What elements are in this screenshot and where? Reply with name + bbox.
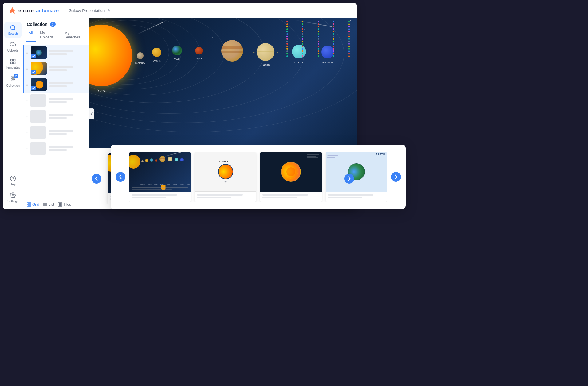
drag-handle: ≡ [26,66,28,71]
footer-line [328,197,362,198]
sidebar-item-collection[interactable]: 2 Collection [4,73,22,90]
collection-header: Collection 3 [23,18,89,27]
svg-point-8 [11,77,13,78]
footer-line [197,197,231,198]
view-grid-button[interactable]: Grid [27,202,39,207]
earth-planet: Earth [172,46,182,55]
collection-count: 3 [50,22,56,27]
item-text-lines [49,130,79,135]
svg-rect-18 [29,205,31,206]
chevron-left-window-icon [119,174,122,179]
item-line [49,130,73,132]
view-list-button[interactable]: List [43,202,54,207]
collection-title: Collection [27,22,48,27]
jupiter-planet: Jupiter [221,40,243,62]
item-more-button[interactable]: ⋮ [81,114,86,120]
drag-handle: ≡ [26,114,28,119]
item-text-lines [49,98,79,103]
slides-window-prev-button[interactable] [116,172,125,182]
item-line [49,114,73,116]
list-item[interactable]: ≡ ⋮ [23,61,89,77]
middle-panel: Collection 3 All My Uploads My Searches … [23,18,89,209]
sidebar-item-uploads[interactable]: Uploads [4,39,22,55]
mars-label: Mars [196,57,202,60]
check-icon [32,70,35,74]
saturn-ring [253,51,278,54]
slides-window-footer [195,192,256,202]
edit-icon[interactable]: ✎ [107,8,111,13]
settings-icon [10,192,16,198]
item-more-button[interactable]: ⋮ [81,146,86,152]
list-item[interactable]: ≡ ⋮ [23,141,89,157]
logo-name: emaze automaze [18,8,59,14]
tiles-view-icon [58,202,62,207]
svg-line-2 [14,29,15,30]
tab-my-uploads[interactable]: My Uploads [37,29,60,42]
check-indicator [31,70,36,74]
svg-rect-7 [14,62,15,64]
item-line [49,149,67,151]
item-line [49,117,67,119]
slides-window-thumbnail [260,152,322,192]
list-item[interactable]: ≡ ⋮ [23,45,89,61]
sidebar-item-search[interactable]: Search [4,22,22,38]
dot-columns [280,18,357,148]
view-tiles-label: Tiles [63,202,71,207]
svg-rect-4 [11,59,13,61]
drag-handle: ≡ [26,50,28,55]
slides-window-footer [326,192,387,202]
solar-system-view: Sun Mercury Venus Earth Mars [89,18,357,148]
logo: emaze automaze [8,6,59,15]
list-item[interactable]: ≡ ⋮ [23,125,89,141]
item-thumbnail [31,62,47,75]
drag-handle: ≡ [26,130,28,135]
venus-label: Venus [153,59,160,62]
view-toggle: Grid List Tiles [23,200,89,209]
items-list: ≡ ⋮ [23,42,89,200]
footer-line [132,194,177,196]
slides-window-next-button[interactable] [391,172,401,182]
item-more-button[interactable]: ⋮ [81,66,86,72]
sidebar-item-help[interactable]: Help [4,173,22,189]
search-icon [10,25,16,31]
item-line [49,85,67,87]
slides-window-thumbnail: SUN ⚙ [195,152,256,192]
check-indicator [31,86,36,90]
collection-badge-count: 2 [14,74,18,78]
item-text-lines [49,50,79,55]
svg-rect-22 [58,203,59,206]
sidebar-item-templates[interactable]: Templates [4,56,22,72]
sidebar-label-templates: Templates [6,66,20,69]
list-item[interactable]: ≡ ⋮ [23,77,89,93]
drag-handle: ≡ [26,82,28,87]
slides-window-slide[interactable]: Mercury Venus Earth Mars Jupiter Saturn … [129,152,191,202]
item-text-lines [49,146,79,151]
svg-point-14 [12,195,14,196]
collection-badge-container: 2 [10,75,16,83]
tab-all[interactable]: All [26,29,36,42]
slides-window-slide[interactable]: SUN ⚙ [195,152,256,202]
svg-rect-16 [29,203,31,204]
item-thumbnail [30,142,46,155]
item-line [49,98,73,100]
slides-next-button[interactable] [344,174,354,184]
item-line [49,69,67,71]
item-more-button[interactable]: ⋮ [81,50,86,56]
slides-window-slide[interactable]: EARTH [326,152,387,202]
list-item[interactable]: ≡ ⋮ [23,109,89,125]
slides-preview-window: Mercury Venus Earth Mars Jupiter Saturn … [111,145,406,209]
view-grid-label: Grid [32,202,39,207]
sidebar-label-uploads: Uploads [7,49,19,52]
sidebar-item-settings[interactable]: Settings [4,190,22,205]
collapse-panel-button[interactable] [89,108,94,119]
slides-window-slide[interactable] [260,152,322,202]
slides-prev-button[interactable] [92,174,101,184]
item-more-button[interactable]: ⋮ [81,130,86,136]
item-more-button[interactable]: ⋮ [81,98,86,104]
view-tiles-button[interactable]: Tiles [58,202,71,207]
item-more-button[interactable]: ⋮ [81,82,86,88]
venus-planet: Venus [152,48,161,57]
svg-rect-24 [61,203,62,206]
list-item[interactable]: ≡ ⋮ [23,93,89,109]
tab-my-searches[interactable]: My Searches [61,29,86,42]
